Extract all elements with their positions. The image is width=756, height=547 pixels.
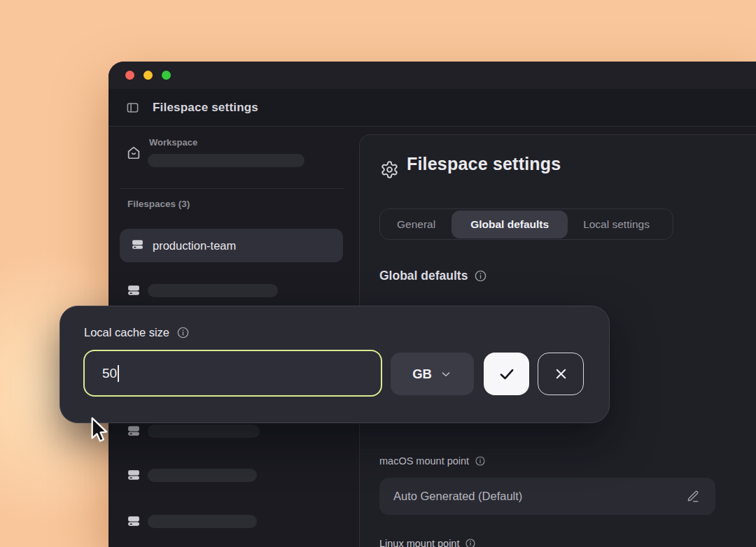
drive-icon: [127, 469, 140, 484]
tab-global-defaults[interactable]: Global defaults: [451, 211, 568, 239]
filespaces-section-label: Filespaces (3): [127, 199, 190, 209]
skeleton-bar: [148, 425, 260, 438]
desktop-background: Filespace settings Workspace Filespaces …: [0, 0, 756, 547]
linux-mount-label: Linux mount point: [379, 538, 476, 547]
gear-icon: [380, 160, 399, 182]
info-icon[interactable]: [465, 538, 476, 547]
info-icon[interactable]: [474, 269, 487, 283]
sidebar-toggle-icon[interactable]: [126, 101, 139, 114]
app-window: Filespace settings Workspace Filespaces …: [108, 62, 756, 547]
close-window-button[interactable]: [125, 71, 134, 80]
mouse-cursor: [87, 416, 111, 447]
macos-mount-field[interactable]: Auto Generated (Default): [379, 478, 715, 515]
sidebar-divider: [120, 188, 344, 189]
filespace-name: production-team: [153, 239, 236, 253]
tab-bar: General Global defaults Local settings: [379, 208, 673, 240]
info-icon[interactable]: [176, 326, 190, 339]
minimize-window-button[interactable]: [144, 71, 153, 80]
workspace-section-label: Workspace: [149, 137, 197, 148]
cache-size-value: 50: [102, 366, 117, 381]
unit-dropdown[interactable]: GB: [391, 353, 474, 395]
local-cache-size-popover: Local cache size 50 GB: [59, 306, 610, 423]
zoom-window-button[interactable]: [162, 71, 171, 80]
drive-icon: [127, 425, 140, 440]
macos-mount-value: Auto Generated (Default): [393, 490, 522, 503]
info-icon[interactable]: [475, 455, 486, 467]
text-caret: [118, 365, 119, 382]
tab-local-settings[interactable]: Local settings: [583, 218, 650, 231]
workspace-name-skeleton: [148, 154, 304, 167]
workspace-home-icon: [126, 145, 141, 163]
page-title: Filespace settings: [407, 154, 561, 174]
window-drag-area: [108, 62, 756, 89]
drive-icon: [132, 239, 144, 253]
macos-mount-label: macOS mount point: [379, 455, 486, 467]
cache-size-input[interactable]: 50: [83, 350, 382, 397]
edit-pencil-icon[interactable]: [686, 490, 700, 504]
close-icon: [553, 366, 569, 382]
section-title: Global defaults: [379, 269, 468, 283]
titlebar: Filespace settings: [108, 89, 756, 127]
confirm-button[interactable]: [484, 353, 529, 395]
skeleton-bar: [148, 284, 278, 297]
window-title: Filespace settings: [153, 101, 258, 115]
unit-value: GB: [412, 367, 432, 382]
local-cache-size-label: Local cache size: [84, 326, 190, 339]
check-icon: [498, 365, 516, 383]
chevron-down-icon: [440, 368, 452, 381]
sidebar-item-production-team[interactable]: production-team: [120, 229, 343, 262]
cancel-button[interactable]: [538, 353, 584, 395]
section-heading: Global defaults: [379, 269, 487, 283]
tab-general[interactable]: General: [397, 218, 435, 231]
drive-icon: [127, 284, 140, 299]
drive-icon: [127, 515, 140, 530]
skeleton-bar: [148, 515, 257, 528]
skeleton-bar: [148, 469, 257, 482]
